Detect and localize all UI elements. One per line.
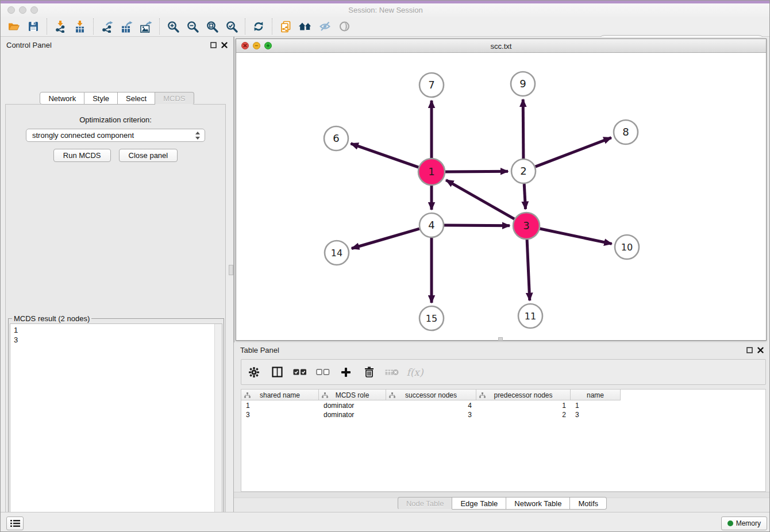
tab-network-table[interactable]: Network Table [506, 497, 570, 510]
graph-edge-2-3[interactable] [524, 184, 525, 209]
refresh-layout-button[interactable] [249, 17, 268, 36]
tab-network[interactable]: Network [40, 92, 84, 105]
column-header-MCDS-role[interactable]: MCDS role [319, 390, 386, 400]
create-column-button[interactable] [339, 365, 353, 379]
network-window-titlebar[interactable]: ✕ − + scc.txt [236, 39, 766, 53]
mcds-result-list[interactable]: 13 [10, 323, 222, 532]
table-toolbar: f(x) [241, 359, 766, 385]
result-scrollbar[interactable] [214, 324, 222, 532]
criterion-value: strongly connected component [32, 131, 134, 140]
tab-select[interactable]: Select [118, 92, 155, 105]
export-table-button[interactable] [117, 17, 136, 36]
graph-node-7[interactable]: 7 [419, 73, 444, 97]
node-label: 8 [622, 126, 629, 138]
float-panel-icon[interactable] [209, 41, 217, 49]
export-table-icon [121, 21, 133, 33]
graph-node-15[interactable]: 15 [419, 306, 444, 330]
delete-table-button-disabled[interactable] [385, 365, 399, 379]
tab-node-table[interactable]: Node Table [398, 497, 453, 510]
select-all-button[interactable] [293, 365, 307, 379]
graph-node-14[interactable]: 14 [325, 241, 349, 265]
graph-edge-4-3[interactable] [444, 225, 510, 226]
graph-node-3[interactable]: 3 [513, 213, 540, 239]
show-hidden-button[interactable] [334, 17, 354, 36]
float-table-panel-icon[interactable] [745, 346, 753, 354]
close-panel-button[interactable]: Close panel [119, 149, 178, 162]
show-columns-button[interactable] [270, 365, 284, 379]
graph-edge-3-11[interactable] [527, 240, 530, 300]
node-label: 3 [523, 219, 529, 232]
tab-style[interactable]: Style [84, 92, 118, 105]
graph-node-1[interactable]: 1 [418, 159, 445, 185]
graph-edge-1-6[interactable] [351, 144, 419, 167]
open-session-button[interactable] [4, 17, 24, 36]
optimization-criterion-label: Optimization criterion: [6, 115, 225, 124]
graph-node-4[interactable]: 4 [419, 213, 444, 237]
export-image-button[interactable] [136, 17, 156, 36]
memory-button[interactable]: Memory [721, 516, 767, 530]
column-header-successor-nodes[interactable]: successor nodes [386, 390, 476, 400]
run-mcds-button[interactable]: Run MCDS [53, 149, 111, 162]
deselect-all-button[interactable] [316, 365, 330, 379]
zoom-selected-button[interactable] [222, 17, 241, 36]
titlebar[interactable]: Session: New Session [1, 3, 770, 17]
main-toolbar [1, 17, 770, 37]
zoom-fit-button[interactable] [202, 17, 222, 36]
hide-selected-button[interactable] [315, 17, 334, 36]
graph-node-11[interactable]: 11 [518, 304, 542, 328]
tab-edge-table[interactable]: Edge Table [452, 497, 506, 510]
select-stepper-icon [195, 132, 201, 140]
import-table-button[interactable] [70, 17, 90, 36]
control-panel: Control Panel NetworkStyleSelectMCDS Opt… [1, 37, 233, 512]
table-tabs: Node TableEdge TableNetwork TableMotifs [234, 497, 770, 510]
tab-mcds[interactable]: MCDS [155, 92, 194, 105]
table-panel-title: Table Panel [240, 346, 279, 354]
table-cell: 1 [476, 401, 571, 410]
tab-motifs[interactable]: Motifs [570, 497, 607, 510]
table-row[interactable]: 3dominator323 [241, 410, 621, 419]
zoom-selected-icon [226, 21, 238, 33]
checked-boxes-icon [293, 369, 307, 375]
delete-column-button[interactable] [362, 365, 376, 379]
view-resize-handle[interactable] [498, 337, 503, 341]
close-panel-icon[interactable] [220, 41, 228, 49]
save-session-button[interactable] [24, 17, 43, 36]
export-network-button[interactable] [97, 17, 117, 36]
column-header-predecessor-nodes[interactable]: predecessor nodes [476, 390, 571, 400]
graph-node-6[interactable]: 6 [324, 126, 348, 151]
node-label: 11 [525, 311, 536, 322]
graph-edge-2-8[interactable] [536, 138, 611, 167]
table-panel: Table Panel [234, 342, 770, 512]
task-history-button[interactable] [6, 516, 24, 530]
column-header-name[interactable]: name [571, 390, 621, 400]
criterion-select[interactable]: strongly connected component [26, 129, 205, 142]
clone-network-button[interactable] [276, 17, 295, 36]
table-panel-header: Table Panel [234, 342, 770, 358]
home-button[interactable] [295, 17, 315, 36]
table-settings-button[interactable] [247, 365, 261, 379]
table-row[interactable]: 1dominator411 [241, 401, 621, 410]
node-label: 9 [519, 78, 526, 90]
hierarchy-icon [244, 392, 251, 398]
close-table-panel-icon[interactable] [756, 346, 764, 354]
graph-edge-3-1[interactable] [446, 180, 514, 219]
import-network-button[interactable] [51, 17, 70, 36]
network-canvas[interactable]: 7968124314101511 [236, 53, 766, 340]
column-header-label: predecessor nodes [494, 391, 552, 399]
graph-edge-3-10[interactable] [540, 229, 612, 244]
function-builder-button-disabled[interactable]: f(x) [408, 365, 422, 379]
column-header-shared-name[interactable]: shared name [241, 390, 319, 400]
graph-node-8[interactable]: 8 [614, 120, 638, 144]
graph-node-2[interactable]: 2 [511, 159, 536, 183]
graph-edge-1-2[interactable] [445, 171, 508, 172]
graph-node-10[interactable]: 10 [615, 235, 639, 259]
graph-node-9[interactable]: 9 [511, 72, 535, 96]
graph-edge-2-9[interactable] [523, 99, 523, 159]
node-table[interactable]: shared nameMCDS rolesuccessor nodesprede… [241, 389, 766, 492]
zoom-in-button[interactable] [163, 17, 183, 36]
divider-handle[interactable] [229, 265, 233, 275]
zoom-in-icon [167, 21, 179, 33]
zoom-out-button[interactable] [183, 17, 202, 36]
graph-edge-4-14[interactable] [352, 229, 419, 248]
table-cell: dominator [319, 410, 386, 419]
